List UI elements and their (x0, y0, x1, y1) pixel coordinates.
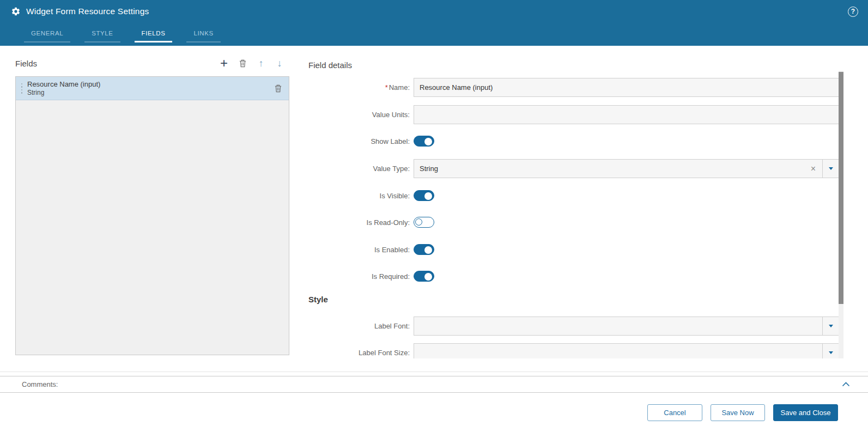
drag-handle-icon[interactable] (19, 83, 25, 94)
field-details-title: Field details (308, 60, 352, 70)
fields-toolbar: + ↑ ↓ (216, 56, 289, 71)
add-field-button[interactable]: + (216, 56, 232, 71)
tab-fields[interactable]: FIELDS (135, 27, 173, 42)
label-font-size-label: Label Font Size: (302, 349, 414, 357)
tab-style[interactable]: STYLE (84, 27, 120, 42)
name-label: *Name: (302, 83, 414, 92)
dialog-title: Widget Form Resource Settings (26, 7, 149, 16)
value-type-label: Value Type: (302, 165, 414, 173)
label-font-label: Label Font: (302, 322, 414, 330)
show-label-label: Show Label: (302, 137, 414, 145)
is-required-label: Is Required: (302, 272, 414, 281)
help-icon[interactable]: ? (848, 7, 858, 17)
gear-icon (11, 7, 21, 16)
content-divider (0, 372, 868, 372)
save-now-button[interactable]: Save Now (711, 404, 765, 421)
is-enabled-toggle[interactable] (414, 244, 434, 255)
list-item-resource-name[interactable]: Resource Name (input) String (16, 77, 289, 100)
tab-bar: GENERAL STYLE FIELDS LINKS (0, 23, 868, 42)
is-read-only-label: Is Read-Only: (302, 218, 414, 227)
value-units-label: Value Units: (302, 111, 414, 119)
widget-form-resource-settings-dialog: Widget Form Resource Settings ? GENERAL … (0, 0, 868, 432)
tab-links[interactable]: LINKS (186, 27, 220, 42)
field-details-panel: Field details *Name: Value Units: Show L… (302, 46, 868, 358)
chevron-down-icon[interactable] (822, 160, 839, 178)
trash-icon (239, 59, 247, 68)
is-visible-label: Is Visible: (302, 192, 414, 200)
comments-label: Comments: (22, 380, 58, 388)
dialog-header: Widget Form Resource Settings ? GENERAL … (0, 0, 868, 46)
fields-panel-title: Fields (15, 59, 37, 68)
delete-field-button[interactable] (235, 56, 250, 71)
chevron-down-icon[interactable] (822, 317, 839, 335)
show-label-toggle[interactable] (414, 136, 434, 147)
label-font-value (414, 323, 822, 330)
value-type-select[interactable]: String × (414, 159, 839, 178)
details-scrollbar[interactable] (839, 71, 843, 358)
tab-general[interactable]: GENERAL (24, 27, 70, 42)
clear-icon[interactable]: × (804, 165, 822, 173)
fields-panel: Fields + ↑ ↓ Resource Name (input) Strin… (15, 46, 289, 358)
value-units-input[interactable] (414, 105, 839, 124)
is-required-toggle[interactable] (414, 271, 434, 282)
move-field-down-button[interactable]: ↓ (272, 56, 287, 71)
is-visible-toggle[interactable] (414, 190, 434, 201)
name-input[interactable] (414, 78, 839, 97)
value-type-value: String (414, 165, 804, 173)
is-read-only-toggle[interactable] (414, 217, 434, 228)
dialog-footer: Cancel Save Now Save and Close (0, 393, 868, 432)
delete-item-button[interactable] (272, 82, 284, 95)
field-item-type: String (27, 89, 100, 97)
save-and-close-button[interactable]: Save and Close (773, 404, 838, 421)
move-field-up-button[interactable]: ↑ (253, 56, 269, 71)
cancel-button[interactable]: Cancel (647, 404, 702, 421)
required-asterisk: * (385, 83, 388, 92)
collapse-comments-icon[interactable] (842, 382, 850, 387)
chevron-down-icon[interactable] (822, 344, 839, 358)
fields-list: Resource Name (input) String (15, 76, 289, 355)
label-font-size-value (414, 349, 822, 356)
label-font-size-select[interactable] (414, 343, 839, 358)
field-item-name: Resource Name (input) (27, 80, 100, 89)
label-font-select[interactable] (414, 317, 839, 336)
is-enabled-label: Is Enabled: (302, 246, 414, 254)
trash-icon (274, 84, 282, 93)
style-section-heading: Style (308, 295, 328, 304)
comments-bar[interactable]: Comments: (0, 376, 868, 393)
scrollbar-thumb[interactable] (839, 72, 843, 304)
